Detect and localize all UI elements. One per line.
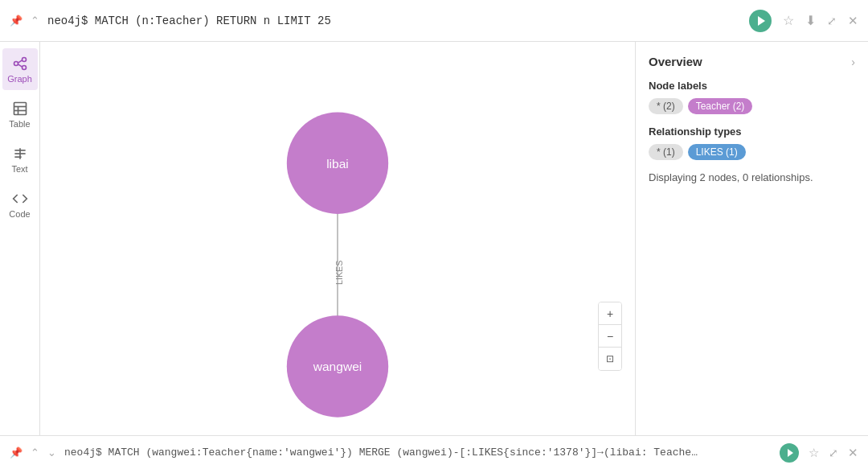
main-content: Graph Table Text Cod <box>0 42 868 435</box>
node-labels-badges: * (2) Teacher (2) <box>649 98 855 114</box>
graph-canvas: LIKES libai wangwei + − ⊡ <box>40 42 635 435</box>
top-query-bar: 📌 ⌃ neo4j$ MATCH (n:Teacher) RETURN n LI… <box>0 0 868 42</box>
bottom-close-icon[interactable]: ✕ <box>848 446 858 460</box>
zoom-controls: + − ⊡ <box>598 302 622 371</box>
zoom-out-button[interactable]: − <box>599 325 621 348</box>
svg-rect-5 <box>14 102 26 114</box>
node-badge-all[interactable]: * (2) <box>649 98 683 114</box>
run-button[interactable] <box>749 10 772 32</box>
relationship-types-title: Relationship types <box>649 125 855 138</box>
svg-point-0 <box>14 61 18 65</box>
node-libai-label: libai <box>326 157 349 171</box>
relationship-types-section: Relationship types * (1) LIKES (1) <box>649 125 855 160</box>
right-panel: Overview › Node labels * (2) Teacher (2)… <box>635 42 868 435</box>
left-sidebar: Graph Table Text Cod <box>0 42 40 435</box>
bottom-bar: 📌 ⌃ ⌄ neo4j$ MATCH (wangwei:Teacher{name… <box>0 435 868 469</box>
close-icon[interactable]: ✕ <box>848 14 858 28</box>
pin-icon[interactable]: 📌 <box>10 14 23 27</box>
expand-icon[interactable]: ⤢ <box>827 14 837 27</box>
table-label: Table <box>9 119 30 129</box>
bottom-pin-icon[interactable]: 📌 <box>10 446 23 459</box>
code-icon <box>12 191 28 207</box>
chevron-up-icon[interactable]: ⌃ <box>31 14 39 27</box>
overview-title: Overview <box>649 55 702 68</box>
star-icon[interactable]: ☆ <box>783 13 794 28</box>
svg-line-3 <box>18 60 22 62</box>
bottom-star-icon[interactable]: ☆ <box>809 446 819 460</box>
node-badge-teacher[interactable]: Teacher (2) <box>688 98 753 114</box>
relationship-label: LIKES <box>334 261 344 285</box>
svg-point-1 <box>22 57 26 61</box>
rel-badge-likes[interactable]: LIKES (1) <box>688 144 746 160</box>
code-label: Code <box>9 209 30 219</box>
graph-label: Graph <box>7 74 32 84</box>
sidebar-item-code[interactable]: Code <box>2 183 38 225</box>
bottom-bar-actions: ☆ ⤢ ✕ <box>780 443 858 463</box>
graph-svg: LIKES libai wangwei <box>40 42 635 435</box>
node-labels-section: Node labels * (2) Teacher (2) <box>649 80 855 114</box>
top-bar-actions: ☆ ⬇ ⤢ ✕ <box>749 10 858 32</box>
bottom-run-button[interactable] <box>780 443 799 463</box>
text-icon <box>12 146 28 162</box>
rel-badge-all[interactable]: * (1) <box>649 144 683 160</box>
graph-icon <box>12 56 28 72</box>
node-wangwei-label: wangwei <box>313 360 362 373</box>
download-icon[interactable]: ⬇ <box>805 13 816 28</box>
collapse-button[interactable]: › <box>851 56 855 68</box>
bottom-chevron-up-icon[interactable]: ⌃ <box>31 446 39 459</box>
zoom-in-button[interactable]: + <box>599 302 621 325</box>
panel-header: Overview › <box>649 55 855 68</box>
query-text: neo4j$ MATCH (n:Teacher) RETURN n LIMIT … <box>47 14 741 27</box>
zoom-fit-button[interactable]: ⊡ <box>599 348 621 370</box>
display-status: Displaying 2 nodes, 0 relationships. <box>649 171 855 183</box>
bottom-query-text: neo4j$ MATCH (wangwei:Teacher{name:'wang… <box>64 446 772 459</box>
text-label: Text <box>11 164 27 174</box>
sidebar-item-table[interactable]: Table <box>2 93 38 135</box>
node-labels-title: Node labels <box>649 80 855 92</box>
table-icon <box>12 101 28 117</box>
svg-line-4 <box>18 64 22 66</box>
relationship-badges: * (1) LIKES (1) <box>649 144 855 160</box>
bottom-chevron-down-icon[interactable]: ⌄ <box>47 446 56 459</box>
sidebar-item-graph[interactable]: Graph <box>2 48 38 90</box>
svg-point-2 <box>22 65 26 69</box>
sidebar-item-text[interactable]: Text <box>2 138 38 180</box>
bottom-expand-icon[interactable]: ⤢ <box>829 446 838 459</box>
